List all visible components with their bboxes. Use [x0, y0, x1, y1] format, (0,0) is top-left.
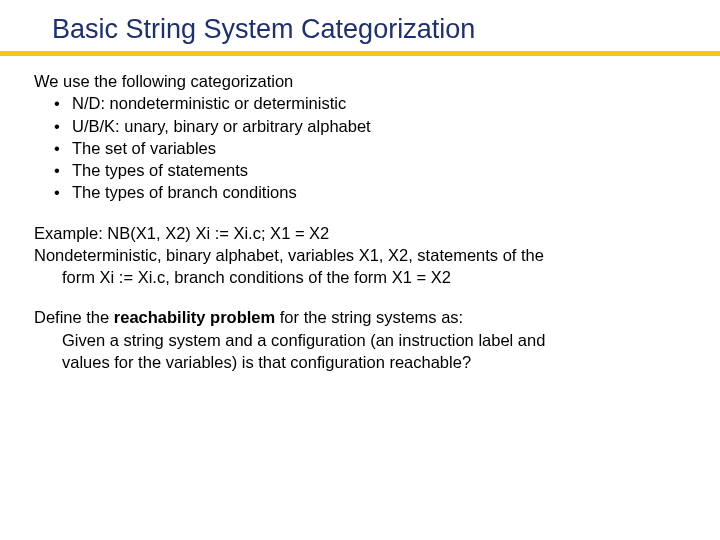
reach-line: values for the variables) is that config… [34, 351, 686, 373]
reachability-block: Define the reachability problem for the … [34, 306, 686, 373]
slide-title: Basic String System Categorization [0, 0, 720, 51]
reach-line: Define the reachability problem for the … [34, 306, 686, 328]
intro-text: We use the following categorization [34, 70, 686, 92]
example-block: Example: NB(X1, X2) Xi := Xi.c; X1 = X2 … [34, 222, 686, 289]
list-item: The types of branch conditions [34, 181, 686, 203]
reach-line: Given a string system and a configuratio… [34, 329, 686, 351]
list-item: The types of statements [34, 159, 686, 181]
bullet-list: N/D: nondeterministic or deterministic U… [34, 92, 686, 203]
list-item: N/D: nondeterministic or deterministic [34, 92, 686, 114]
list-item: The set of variables [34, 137, 686, 159]
intro-block: We use the following categorization N/D:… [34, 70, 686, 204]
example-line: form Xi := Xi.c, branch conditions of th… [34, 266, 686, 288]
reach-suffix: for the string systems as: [275, 308, 463, 326]
example-line: Example: NB(X1, X2) Xi := Xi.c; X1 = X2 [34, 222, 686, 244]
list-item: U/B/K: unary, binary or arbitrary alphab… [34, 115, 686, 137]
slide-body: We use the following categorization N/D:… [0, 56, 720, 373]
reach-prefix: Define the [34, 308, 114, 326]
example-line: Nondeterministic, binary alphabet, varia… [34, 244, 686, 266]
reach-bold: reachability problem [114, 308, 275, 326]
